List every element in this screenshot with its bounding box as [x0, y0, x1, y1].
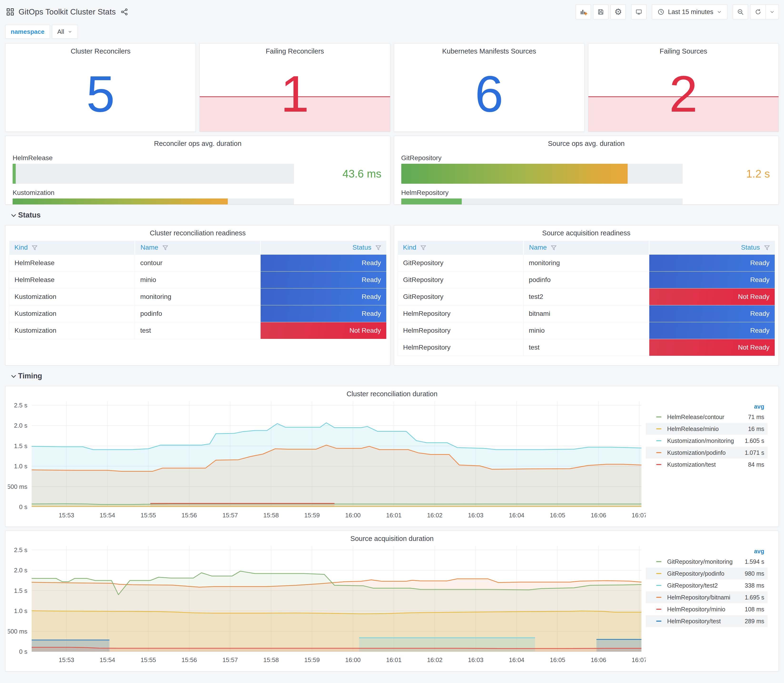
table-row[interactable]: HelmRepository test Not Ready — [398, 339, 775, 356]
chevron-down-icon — [11, 212, 16, 217]
chevron-down-icon — [717, 9, 722, 14]
section-header-timing[interactable]: Timing — [11, 369, 779, 383]
legend-avg-header[interactable]: avg — [646, 403, 768, 410]
settings-gear-button[interactable]: ⚙ — [611, 5, 626, 19]
svg-text:16:01: 16:01 — [386, 656, 401, 664]
legend-item[interactable]: HelmRepository/minio 108 ms — [646, 603, 768, 615]
table-row[interactable]: GitRepository podinfo Ready — [398, 271, 775, 288]
table-row[interactable]: GitRepository test2 Not Ready — [398, 288, 775, 305]
status-badge: Ready — [261, 271, 386, 288]
section-header-status[interactable]: Status — [11, 208, 779, 222]
series-name: Kustomization/test — [667, 461, 728, 468]
table-row[interactable]: Kustomization podinfo Ready — [9, 305, 386, 322]
cell-name: monitoring — [135, 288, 261, 305]
refresh-interval-dropdown[interactable] — [765, 5, 779, 19]
svg-text:15:56: 15:56 — [181, 511, 197, 519]
svg-text:15:58: 15:58 — [263, 656, 279, 664]
svg-text:15:53: 15:53 — [59, 511, 74, 519]
table-row[interactable]: HelmRelease minio Ready — [9, 271, 386, 288]
panel-source-ops-avg-duration[interactable]: Source ops avg. duration GitRepository 1… — [394, 136, 779, 205]
legend-item[interactable]: GitRepository/podinfo 980 ms — [646, 568, 768, 579]
bar-gauge: 43.6 ms — [13, 164, 383, 184]
legend-item[interactable]: Kustomization/monitoring 1.605 s — [646, 435, 768, 447]
legend-avg-header[interactable]: avg — [646, 548, 768, 555]
cell-name: monitoring — [523, 254, 649, 271]
stat-panel-failing-sources[interactable]: Failing Sources 2 — [588, 43, 779, 132]
column-header-kind[interactable]: Kind — [398, 241, 523, 254]
series-color-swatch — [656, 417, 661, 417]
svg-text:15:56: 15:56 — [181, 656, 197, 664]
column-header-name[interactable]: Name — [135, 241, 261, 254]
legend-item[interactable]: HelmRelease/minio 16 ms — [646, 423, 768, 435]
cell-kind: Kustomization — [9, 322, 135, 339]
column-header-name[interactable]: Name — [523, 241, 649, 254]
table-row[interactable]: HelmRepository bitnami Ready — [398, 305, 775, 322]
panel-title: Cluster Reconcilers — [5, 43, 196, 55]
save-dashboard-button[interactable] — [593, 5, 608, 19]
legend-item[interactable]: Kustomization/test 84 ms — [646, 459, 768, 470]
gauge-label: Kustomization — [13, 189, 383, 197]
filter-funnel-icon[interactable] — [420, 245, 426, 250]
filter-funnel-icon[interactable] — [375, 245, 381, 250]
table-row[interactable]: Kustomization test Not Ready — [9, 322, 386, 339]
series-color-swatch — [656, 464, 661, 465]
stat-value: 2 — [669, 68, 698, 119]
gear-icon: ⚙ — [614, 8, 622, 16]
gauge-fill — [13, 164, 16, 184]
time-series-plot[interactable]: 15:5315:5415:5515:5615:5715:5815:5916:00… — [8, 398, 646, 523]
time-range-picker[interactable]: Last 15 minutes — [652, 5, 727, 19]
status-badge: Ready — [649, 322, 775, 339]
legend-item[interactable]: HelmRepository/bitnami 1.695 s — [646, 592, 768, 603]
panel-reconciler-ops-avg-duration[interactable]: Reconciler ops avg. duration HelmRelease… — [5, 136, 390, 205]
add-panel-button[interactable] — [576, 5, 591, 19]
column-header-status[interactable]: Status — [649, 241, 775, 254]
gauge-value: 879 ms — [683, 202, 771, 205]
legend-item[interactable]: HelmRelease/contour 71 ms — [646, 411, 768, 423]
table-row[interactable]: Kustomization monitoring Ready — [9, 288, 386, 305]
column-header-status[interactable]: Status — [261, 241, 386, 254]
stat-panel-cluster-reconcilers[interactable]: Cluster Reconcilers 5 — [5, 43, 196, 132]
column-header-kind[interactable]: Kind — [9, 241, 135, 254]
series-avg-value: 338 ms — [728, 582, 764, 589]
series-color-swatch — [656, 620, 661, 622]
filter-funnel-icon[interactable] — [764, 245, 770, 250]
panel-source-acquisition-duration[interactable]: Source acquisition duration 15:5315:5415… — [5, 531, 779, 672]
legend-item[interactable]: GitRepository/test2 338 ms — [646, 579, 768, 592]
stat-panel-failing-reconcilers[interactable]: Failing Reconcilers 1 — [199, 43, 390, 132]
table-row[interactable]: HelmRelease contour Ready — [9, 254, 386, 271]
panel-cluster-reconciliation-duration[interactable]: Cluster reconciliation duration 15:5315:… — [5, 386, 779, 527]
gauge-label: HelmRepository — [401, 189, 772, 197]
refresh-button[interactable] — [750, 5, 765, 19]
filter-funnel-icon[interactable] — [32, 245, 37, 250]
svg-text:15:53: 15:53 — [59, 656, 74, 664]
legend-item[interactable]: HelmRepository/test 289 ms — [646, 615, 768, 627]
gauge-label: GitRepository — [401, 154, 772, 162]
dashboards-grid-icon[interactable] — [6, 8, 14, 16]
cell-name: minio — [135, 271, 261, 288]
panel-source-acquisition-readiness[interactable]: Source acquisition readiness Kind Name S… — [394, 225, 779, 366]
panel-title: Source ops avg. duration — [394, 136, 779, 148]
filter-funnel-icon[interactable] — [551, 245, 556, 250]
legend-item[interactable]: Kustomization/podinfo 1.071 s — [646, 447, 768, 459]
zoom-out-button[interactable] — [733, 5, 748, 19]
svg-text:15:57: 15:57 — [222, 656, 238, 664]
filter-funnel-icon[interactable] — [163, 245, 168, 250]
legend-item[interactable]: GitRepository/monitoring 1.594 s — [646, 556, 768, 568]
panel-cluster-reconciliation-readiness[interactable]: Cluster reconciliation readiness Kind Na… — [5, 225, 390, 366]
gauge-fill — [401, 199, 462, 205]
tv-mode-button[interactable] — [631, 5, 646, 19]
cell-name: test — [523, 339, 649, 356]
gauge-track — [401, 199, 683, 205]
stat-value: 6 — [475, 68, 503, 119]
variable-namespace-label[interactable]: namespace — [5, 25, 50, 38]
cell-kind: HelmRelease — [9, 271, 135, 288]
variable-namespace-dropdown[interactable]: All — [52, 25, 78, 38]
svg-text:16:00: 16:00 — [345, 656, 361, 664]
share-icon[interactable] — [120, 8, 128, 16]
status-badge: Ready — [261, 288, 386, 305]
table-row[interactable]: HelmRepository minio Ready — [398, 322, 775, 339]
table-row[interactable]: GitRepository monitoring Ready — [398, 254, 775, 271]
time-series-plot[interactable]: 15:5315:5415:5515:5615:5715:5815:5916:00… — [8, 543, 646, 667]
svg-text:16:06: 16:06 — [591, 656, 606, 664]
stat-panel-kubernetes-manifests-sources[interactable]: Kubernetes Manifests Sources 6 — [394, 43, 585, 132]
